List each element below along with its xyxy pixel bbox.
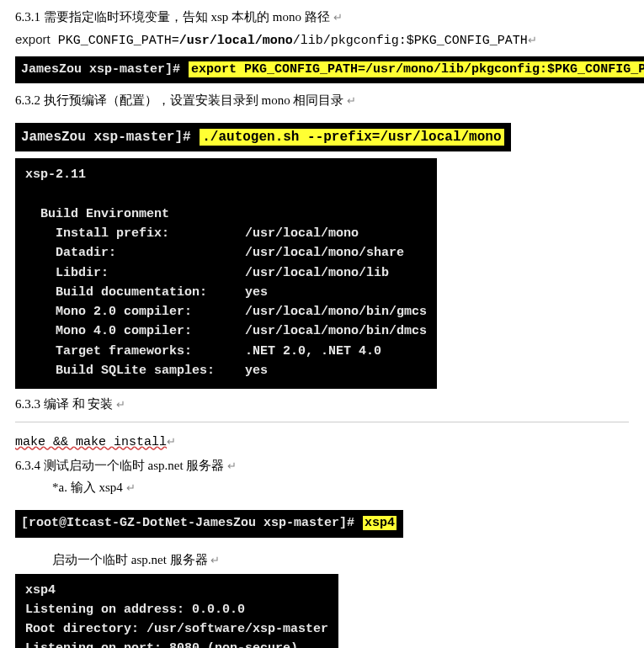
export-post: /lib/pkgconfig:$PKG_CONFIG_PATH <box>293 34 528 48</box>
section-text: 需要指定临时环境变量，告知 xsp 本机的 mono 路径 <box>44 10 330 24</box>
terminal-line-autogen: JamesZou xsp-master]# ./autogen.sh --pre… <box>15 123 511 151</box>
export-bold: /usr/local/mono <box>179 34 293 48</box>
section-text: 测试启动一个临时 asp.net 服务器 <box>44 459 225 472</box>
terminal-build-env: xsp-2.11 Build Environment Install prefi… <box>15 158 437 389</box>
prompt: [root@Itcast-GZ-DotNet-JamesZou xsp-mast… <box>21 516 362 530</box>
return-mark: ↵ <box>333 11 343 24</box>
export-keyword: export <box>15 32 51 46</box>
section-number: 6.3.2 <box>15 93 40 107</box>
return-mark: ↵ <box>116 398 125 411</box>
section-number: 6.3.4 <box>15 459 40 472</box>
section-number: 6.3.3 <box>15 397 40 411</box>
return-mark: ↵ <box>167 435 176 448</box>
return-mark: ↵ <box>210 554 220 566</box>
return-mark: ↵ <box>126 481 136 494</box>
highlighted-command: xsp4 <box>362 515 397 531</box>
return-mark: ↵ <box>528 34 537 46</box>
export-pre: PKG_CONFIG_PATH= <box>51 34 179 48</box>
prompt: JamesZou xsp-master]# <box>21 62 188 77</box>
section-text: 编译 和 安装 <box>44 397 114 411</box>
section-6-3-3: 6.3.3 编译 和 安装 ↵ <box>15 394 629 415</box>
return-mark: ↵ <box>347 94 356 107</box>
section-6-3-4: 6.3.4 测试启动一个临时 asp.net 服务器 ↵ <box>15 455 629 476</box>
terminal-line-xsp4: [root@Itcast-GZ-DotNet-JamesZou xsp-mast… <box>15 510 403 538</box>
section-6-3-1: 6.3.1 需要指定临时环境变量，告知 xsp 本机的 mono 路径 ↵ <box>15 7 629 28</box>
terminal-xsp-output: xsp4 Listening on address: 0.0.0.0 Root … <box>15 574 338 648</box>
section-number: 6.3.1 <box>15 10 40 24</box>
make-install-line: make && make install↵ <box>15 431 629 454</box>
highlighted-command: ./autogen.sh --prefix=/usr/local/mono <box>199 128 504 146</box>
horizontal-rule <box>15 422 629 422</box>
section-6-3-2: 6.3.2 执行预编译（配置），设置安装目录到 mono 相同目录 ↵ <box>15 90 629 111</box>
export-line: export PKG_CONFIG_PATH=/usr/local/mono/l… <box>15 29 629 52</box>
prompt: JamesZou xsp-master]# <box>21 130 199 145</box>
return-mark: ↵ <box>227 459 237 472</box>
highlighted-command: export PKG_CONFIG_PATH=/usr/mono/lib/pkg… <box>188 61 644 78</box>
step-a: *a. 输入 xsp4 ↵ <box>52 477 629 498</box>
terminal-line-export: JamesZou xsp-master]# export PKG_CONFIG_… <box>15 56 644 84</box>
section-text: 执行预编译（配置），设置安装目录到 mono 相同目录 <box>44 93 344 107</box>
step-a-text: *a. 输入 xsp4 <box>52 481 123 494</box>
start-server-text: 启动一个临时 asp.net 服务器 <box>52 553 208 566</box>
make-text: make && make install <box>15 435 167 449</box>
start-server-line: 启动一个临时 asp.net 服务器 ↵ <box>52 550 629 571</box>
